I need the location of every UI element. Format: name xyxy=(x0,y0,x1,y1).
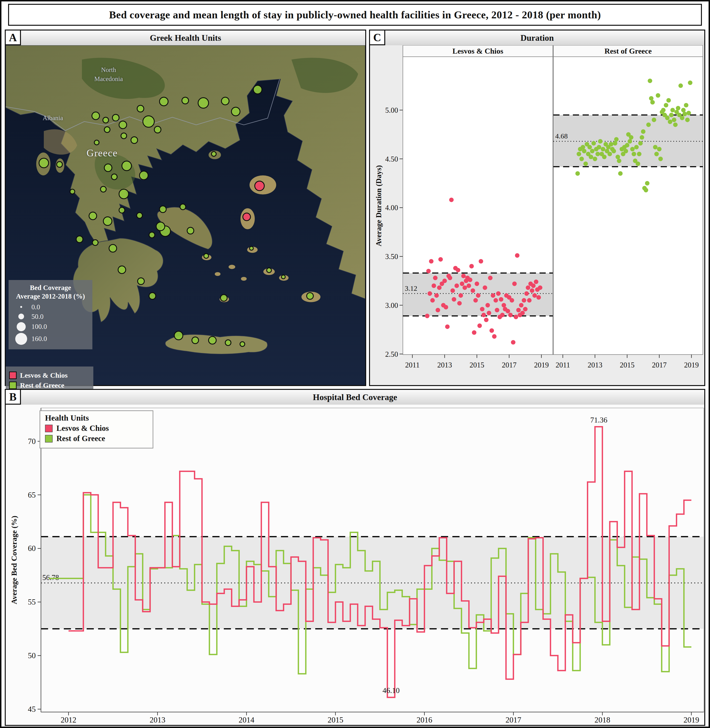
svg-text:2.50: 2.50 xyxy=(385,350,398,358)
size-legend-dot-100 xyxy=(17,322,26,331)
duration-plot-area: 2.503.003.504.004.505.003.12201120132015… xyxy=(370,45,704,385)
legend-entry-lesvos: Lesvos & Chios xyxy=(45,424,148,433)
svg-text:2015: 2015 xyxy=(620,361,635,369)
svg-text:2012: 2012 xyxy=(61,716,76,724)
svg-text:3.00: 3.00 xyxy=(385,301,398,310)
svg-text:4.68: 4.68 xyxy=(555,132,568,140)
svg-text:2018: 2018 xyxy=(594,716,610,724)
duration-svg: 2.503.003.504.004.505.003.12201120132015… xyxy=(370,45,704,385)
legend-entry-rest: Rest of Greece xyxy=(9,381,90,390)
legend-entry-lesvos: Lesvos & Chios xyxy=(9,371,90,379)
panel-map: A Greek Health Units xyxy=(5,29,366,386)
lesvos-swatch xyxy=(45,425,53,432)
greece-map: North Macedonia Albania Greece Bed Cover… xyxy=(6,45,365,385)
coverage-plot-area: 56.7845505560657020122013201420152016201… xyxy=(6,404,704,725)
svg-text:2011: 2011 xyxy=(405,361,420,369)
panel-b-header: Hospital Bed Coverage xyxy=(6,390,704,406)
svg-text:55: 55 xyxy=(28,598,36,606)
size-legend-row: 160.0 xyxy=(11,333,90,345)
svg-text:2013: 2013 xyxy=(150,716,166,724)
bubble-size-legend: Bed Coverage Average 2012-2018 (%) 0.0 5… xyxy=(9,280,92,349)
svg-text:2014: 2014 xyxy=(239,716,254,724)
size-legend-dot-50 xyxy=(18,313,24,319)
panel-a-tag: A xyxy=(6,31,21,45)
svg-text:2013: 2013 xyxy=(437,361,452,369)
figure: Bed coverage and mean length of stay in … xyxy=(0,0,710,728)
size-legend-row: 100.0 xyxy=(11,322,90,331)
svg-text:2017: 2017 xyxy=(506,716,521,724)
svg-text:2017: 2017 xyxy=(502,361,516,369)
svg-text:60: 60 xyxy=(28,544,36,553)
panel-b-tag: B xyxy=(6,390,21,404)
size-legend-row: 0.0 xyxy=(11,303,90,311)
svg-text:2015: 2015 xyxy=(328,716,343,724)
svg-text:2016: 2016 xyxy=(417,716,433,724)
panel-a-title: Greek Health Units xyxy=(150,33,221,43)
panel-coverage: B Hospital Bed Coverage 56.7845505560657… xyxy=(5,389,705,726)
svg-text:2013: 2013 xyxy=(588,361,602,369)
panel-b-title: Hospital Bed Coverage xyxy=(313,392,397,402)
svg-text:5.00: 5.00 xyxy=(385,106,398,115)
coverage-legend: Health Units Lesvos & Chios Rest of Gree… xyxy=(40,410,153,449)
coverage-y-axis-label: Average Bed Coverage (%) xyxy=(10,516,19,604)
facet-title-rest: Rest of Greece xyxy=(553,45,703,57)
svg-text:46.10: 46.10 xyxy=(382,686,399,695)
legend-entry-rest: Rest of Greece xyxy=(45,434,148,443)
svg-text:2011: 2011 xyxy=(556,361,570,369)
figure-title: Bed coverage and mean length of stay in … xyxy=(109,9,601,21)
svg-text:50: 50 xyxy=(28,651,36,660)
svg-text:2019: 2019 xyxy=(684,716,699,724)
panel-a-header: Greek Health Units xyxy=(6,31,365,46)
duration-y-axis-label: Average Duration (Days) xyxy=(374,165,383,246)
lesvos-swatch xyxy=(9,372,17,379)
coverage-svg: 56.7845505560657020122013201420152016201… xyxy=(6,404,704,725)
svg-text:56.78: 56.78 xyxy=(43,574,59,582)
coverage-y-axis-label-wrap: Average Bed Coverage (%) xyxy=(6,408,22,712)
svg-text:70: 70 xyxy=(28,437,36,446)
svg-text:71.36: 71.36 xyxy=(590,416,607,424)
rest-swatch xyxy=(9,381,17,389)
svg-text:2017: 2017 xyxy=(652,361,667,369)
coverage-legend-title: Health Units xyxy=(45,413,148,422)
svg-text:3.12: 3.12 xyxy=(405,284,417,292)
size-legend-row: 50.0 xyxy=(11,313,90,321)
svg-text:4.50: 4.50 xyxy=(385,155,398,163)
size-legend-dot-0 xyxy=(20,306,22,308)
panel-c-tag: C xyxy=(370,31,385,45)
duration-y-axis-label-wrap: Average Duration (Days) xyxy=(371,57,386,354)
svg-text:2015: 2015 xyxy=(469,361,484,369)
svg-text:3.50: 3.50 xyxy=(385,252,398,261)
size-legend-dot-160 xyxy=(15,333,27,345)
figure-title-box: Bed coverage and mean length of stay in … xyxy=(8,4,702,26)
svg-text:2019: 2019 xyxy=(684,361,699,369)
svg-text:2019: 2019 xyxy=(534,361,549,369)
rest-swatch xyxy=(45,435,53,443)
svg-text:4.00: 4.00 xyxy=(385,203,398,212)
panel-duration: C Duration 2.503.003.504.004.505.003.122… xyxy=(369,29,705,386)
panel-c-header: Duration xyxy=(370,31,704,46)
panel-c-title: Duration xyxy=(521,33,554,43)
svg-text:45: 45 xyxy=(28,705,36,713)
facet-title-lesvos: Lesvos & Chios xyxy=(403,45,553,57)
bubble-size-legend-title: Bed Coverage Average 2012-2018 (%) xyxy=(11,283,90,301)
svg-text:65: 65 xyxy=(28,491,36,499)
